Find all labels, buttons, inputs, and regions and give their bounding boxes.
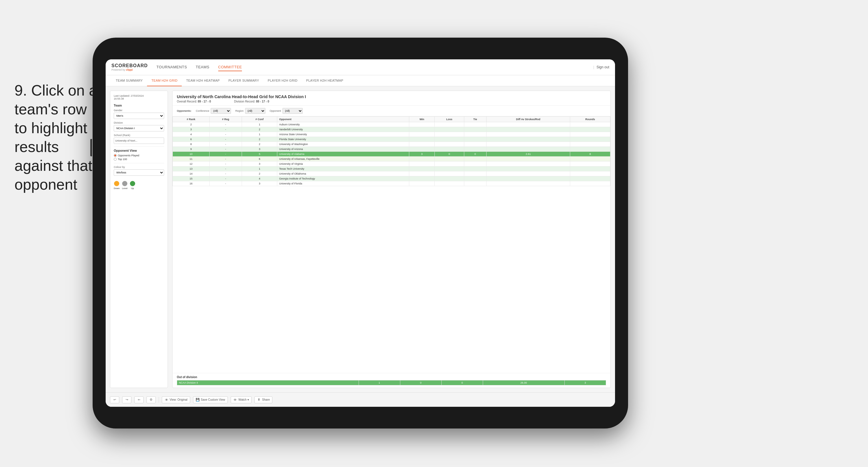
rounds-cell — [570, 122, 611, 127]
sign-out-button[interactable]: Sign out — [593, 65, 609, 69]
col-conf[interactable]: # Conf — [242, 117, 277, 122]
conf-cell: 4 — [242, 176, 277, 181]
table-row[interactable]: 13-1Texas Tech University — [173, 167, 611, 171]
opponent-select[interactable]: (All) — [282, 108, 303, 114]
table-row[interactable]: 14-2University of Oklahoma — [173, 171, 611, 176]
gender-select[interactable]: Men's — [114, 113, 164, 119]
instruction-body: Click on a team's row to highlight resul… — [14, 82, 97, 193]
loss-cell — [435, 122, 464, 127]
settings-icon: ⚙ — [149, 398, 153, 402]
nav-tournaments[interactable]: TOURNAMENTS — [157, 63, 187, 71]
undo-icon: ↩ — [113, 398, 117, 402]
tab-player-summary[interactable]: PLAYER SUMMARY — [224, 75, 264, 86]
conference-filter-label: Conference — [196, 110, 210, 112]
division-record-label: Division Record: — [234, 100, 255, 103]
col-loss[interactable]: Loss — [435, 117, 464, 122]
tie-cell — [464, 181, 486, 186]
radio-opponents-played[interactable]: Opponents Played — [114, 154, 164, 157]
reg-cell: - — [209, 152, 242, 157]
reg-cell: - — [209, 132, 242, 137]
tab-team-h2h-heatmap[interactable]: TEAM H2H HEATMAP — [182, 75, 224, 86]
overall-record-value: 89 - 17 - 0 — [198, 100, 211, 103]
tab-team-h2h-grid[interactable]: TEAM H2H GRID — [147, 75, 182, 86]
last-updated: Last Updated: 27/03/2024 16:55:38 — [114, 94, 164, 100]
col-win[interactable]: Win — [409, 117, 435, 122]
table-row[interactable]: 10-5University of Alabama3002.618 — [173, 152, 611, 157]
col-diff-av[interactable]: Diff Av Strokes/Rnd — [486, 117, 570, 122]
table-row[interactable]: 12-3University of Virginia — [173, 162, 611, 167]
brand-partner: clippi — [126, 68, 133, 71]
table-row[interactable]: 3-2Vanderbilt University — [173, 127, 611, 132]
rounds-cell — [570, 167, 611, 171]
conference-select[interactable]: (All) — [211, 108, 231, 114]
reg-cell: - — [209, 122, 242, 127]
table-row[interactable]: 8-2University of Washington — [173, 142, 611, 147]
opponent-cell: Arizona State University — [277, 132, 409, 137]
table-row[interactable]: 2-1Auburn University — [173, 122, 611, 127]
radio-top-100[interactable]: Top 100 — [114, 158, 164, 161]
step-back-button[interactable]: ⇐ — [134, 396, 144, 403]
tie-cell: 0 — [464, 152, 486, 157]
table-row[interactable]: 4-1Arizona State University — [173, 132, 611, 137]
col-rounds[interactable]: Rounds — [570, 117, 611, 122]
tab-player-h2h-heatmap[interactable]: PLAYER H2H HEATMAP — [302, 75, 348, 86]
h2h-table: # Rank # Reg # Conf Opponent Win Loss Ti… — [173, 116, 611, 186]
tab-player-h2h-grid[interactable]: PLAYER H2H GRID — [264, 75, 302, 86]
school-label: School (Rank) — [114, 134, 164, 137]
legend-level: Level — [122, 181, 127, 189]
rounds-cell — [570, 162, 611, 167]
rounds-cell — [570, 176, 611, 181]
save-custom-view-button[interactable]: 💾 Save Custom View — [193, 396, 228, 403]
table-row[interactable]: 16-3University of Florida — [173, 181, 611, 186]
colour-by-select[interactable]: Win/loss — [114, 169, 164, 176]
table-row[interactable]: 15-4Georgia Institute of Technology — [173, 176, 611, 181]
radio-top-100-label: Top 100 — [118, 158, 127, 161]
col-reg[interactable]: # Reg — [209, 117, 242, 122]
rank-cell: 12 — [173, 162, 210, 167]
table-row[interactable]: 6-2Florida State University — [173, 137, 611, 142]
legend-down-label: Down — [114, 187, 120, 189]
division-record: Division Record: 88 - 17 - 0 — [234, 100, 269, 103]
division-select[interactable]: NCAA Division I — [114, 125, 164, 132]
school-input[interactable]: University of Nort... — [114, 138, 164, 144]
diff-av-cell — [486, 147, 570, 152]
nav-teams[interactable]: TEAMS — [196, 63, 209, 71]
step-back-icon: ⇐ — [137, 398, 141, 402]
watch-button[interactable]: 👁 Watch ▾ — [231, 396, 251, 403]
table-row[interactable]: 9-3University of Arizona — [173, 147, 611, 152]
col-opponent[interactable]: Opponent — [277, 117, 409, 122]
col-tie[interactable]: Tie — [464, 117, 486, 122]
legend-down: Down — [114, 181, 120, 189]
undo-button[interactable]: ↩ — [110, 396, 119, 403]
region-filter: Region (All) — [235, 108, 266, 114]
win-cell — [409, 132, 435, 137]
settings-button[interactable]: ⚙ — [147, 396, 156, 403]
win-cell: 3 — [409, 152, 435, 157]
view-original-button[interactable]: 👁 View: Original — [162, 396, 190, 403]
tab-team-summary[interactable]: TEAM SUMMARY — [112, 75, 147, 86]
overall-record-label: Overall Record: — [177, 100, 197, 103]
share-button[interactable]: ⬆ Share — [254, 396, 273, 403]
conf-cell: 2 — [242, 137, 277, 142]
opponent-cell: Florida State University — [277, 137, 409, 142]
region-filter-label: Region — [235, 110, 244, 112]
col-rank[interactable]: # Rank — [173, 117, 210, 122]
redo-button[interactable]: ↪ — [122, 396, 131, 403]
legend: Down Level Up — [114, 181, 164, 189]
table-row[interactable]: 11-6University of Arkansas, Fayetteville — [173, 157, 611, 162]
region-select[interactable]: (All) — [245, 108, 266, 114]
loss-cell — [435, 137, 464, 142]
loss-cell — [435, 157, 464, 162]
brand-tagline: Powered by clippi — [112, 68, 148, 71]
school-value: University of Nort... — [115, 139, 137, 142]
diff-av-cell — [486, 127, 570, 132]
conf-cell: 3 — [242, 162, 277, 167]
out-of-division-row[interactable]: NCAA Division II 1 0 0 26.00 3 — [177, 380, 606, 385]
instruction-text: 9. Click on a team's row to highlight re… — [14, 81, 98, 194]
tie-cell — [464, 157, 486, 162]
nav-committee[interactable]: COMMITTEE — [218, 63, 242, 71]
reg-cell: - — [209, 181, 242, 186]
conference-filter: Conference (All) — [196, 108, 231, 114]
redo-icon: ↪ — [125, 398, 129, 402]
watch-icon: 👁 — [233, 398, 237, 402]
